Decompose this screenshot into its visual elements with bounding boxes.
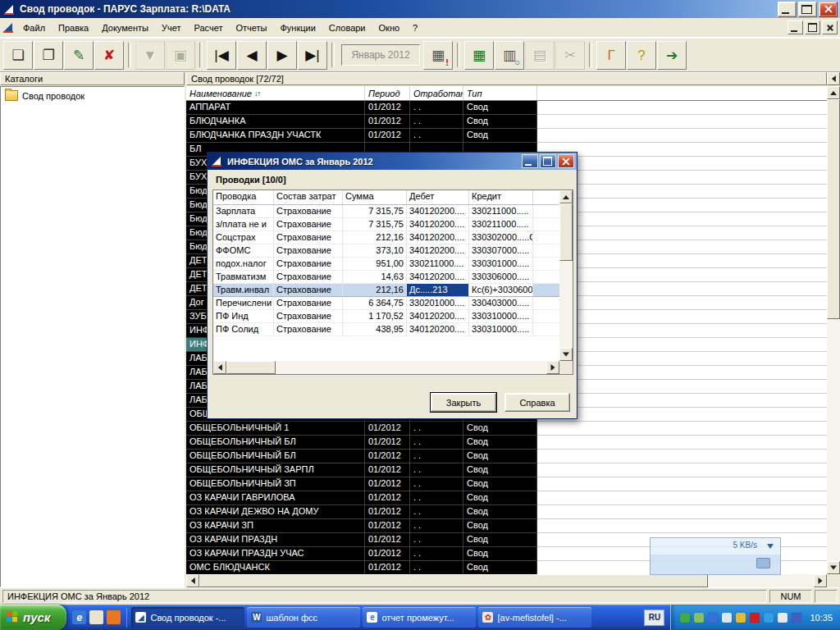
menu-item[interactable]: Документы	[95, 20, 155, 36]
mdi-close-button[interactable]	[822, 21, 838, 34]
edit-document-button[interactable]: ✎	[64, 41, 94, 70]
nav-first-button[interactable]: |◀	[207, 41, 236, 70]
connection-icon[interactable]	[792, 613, 801, 623]
column-header-type[interactable]: Тип	[463, 86, 537, 100]
menu-item[interactable]: Отчеты	[229, 20, 273, 36]
scroll-left-button[interactable]	[213, 361, 226, 374]
collapse-panel-button[interactable]	[827, 72, 840, 85]
dialog-vertical-scrollbar-thumb[interactable]	[559, 203, 573, 261]
minimize-button[interactable]	[778, 2, 797, 17]
table-row[interactable]: ОБЩЕБОЛЬНИЧНЫЙ ЗП01/2012. .Свод	[186, 477, 827, 491]
scroll-up-button[interactable]	[827, 86, 840, 99]
totals-grid-button[interactable]: ▦	[464, 41, 494, 70]
language-indicator[interactable]: RU	[644, 609, 664, 626]
mdi-minimize-button[interactable]	[788, 21, 803, 34]
nav-next-button[interactable]: ▶	[267, 41, 297, 70]
scheduler-icon[interactable]	[736, 613, 746, 623]
scroll-down-button[interactable]	[827, 561, 840, 574]
exit-button[interactable]: ➔	[657, 41, 687, 70]
entry-row[interactable]: подох.налогСтрахование951,00330211000...…	[213, 258, 559, 271]
horizontal-scrollbar-thumb[interactable]	[199, 574, 708, 587]
entry-row[interactable]: ПФ ИндСтрахование1 170,52340120200....33…	[213, 310, 559, 323]
volume-icon[interactable]	[778, 613, 788, 623]
menu-item[interactable]: Файл	[16, 20, 52, 36]
help-button[interactable]: ?	[627, 41, 656, 70]
table-row[interactable]: ОБЩЕБОЛЬНИЧНЫЙ БЛ01/2012. .Свод	[186, 450, 827, 463]
menu-item[interactable]: Расчет	[187, 20, 229, 36]
display-settings-icon[interactable]	[764, 613, 774, 623]
internet-explorer-icon[interactable]: e	[72, 610, 86, 624]
menu-item[interactable]: Учет	[155, 20, 188, 36]
table-row[interactable]: АППАРАТ01/2012. .Свод	[186, 101, 827, 115]
mdi-restore-button[interactable]	[805, 21, 820, 34]
help-dialog-button[interactable]: Справка	[504, 393, 570, 412]
column-header-name[interactable]: Наименование↓↑	[186, 86, 365, 100]
cell-fill	[533, 284, 559, 297]
close-dialog-button[interactable]: Закрыть	[431, 393, 496, 412]
menu-item[interactable]: Функции	[273, 20, 322, 36]
nav-last-button[interactable]: ▶|	[298, 41, 327, 70]
dialog-maximize-button[interactable]	[540, 154, 556, 168]
scroll-left-button[interactable]	[186, 574, 199, 587]
nav-prev-button[interactable]: ◀	[237, 41, 267, 70]
recalculate-button[interactable]: ▦!	[423, 41, 453, 70]
vertical-scrollbar-thumb[interactable]	[827, 99, 840, 319]
entry-row[interactable]: ПФ СолидСтрахование438,95340120200....33…	[213, 323, 559, 336]
menu-item[interactable]: Окно	[372, 20, 407, 36]
copy-document-button[interactable]: ❐	[34, 41, 63, 70]
table-row[interactable]: ОЗ КАРАЧИ ГАВРИЛОВА01/2012. .Свод	[186, 491, 827, 505]
entry-row[interactable]: Травм.инвалСтрахование212,16Дс.....213Кс…	[213, 284, 559, 297]
tree-item-svod-provodok[interactable]: Свод проводок	[1, 87, 184, 104]
garant-system-button[interactable]: Г	[596, 41, 626, 70]
taskbar-task[interactable]: eотчет промежут...	[363, 607, 476, 628]
task-icon: W	[251, 612, 262, 623]
table-row[interactable]: БЛЮДЧАНКА ПРАЗДН УЧАСТК01/2012. .Свод	[186, 129, 827, 143]
scroll-right-button[interactable]	[814, 574, 827, 587]
maximize-button[interactable]	[798, 2, 817, 17]
menu-item[interactable]: ?	[406, 20, 424, 36]
column-header-period[interactable]: Период	[365, 86, 410, 100]
table-row[interactable]: ОЗ КАРАЧИ ДЕЖВО НА ДОМУ01/2012. .Свод	[186, 505, 827, 519]
dialog-column-header-kredit[interactable]: Кредит	[469, 190, 533, 204]
dialog-column-header-provodka[interactable]: Проводка	[213, 190, 274, 204]
delete-document-button[interactable]: ✘	[94, 41, 124, 70]
table-row[interactable]: ОБЩЕБОЛЬНИЧНЫЙ 101/2012. .Свод	[186, 422, 827, 436]
show-desktop-icon[interactable]	[89, 610, 103, 624]
document-tray-icon[interactable]	[722, 613, 732, 623]
table-row[interactable]: ОБЩЕБОЛЬНИЧНЫЙ БЛ01/2012. .Свод	[186, 436, 827, 450]
dialog-column-header-debet[interactable]: Дебет	[407, 190, 469, 204]
entry-row[interactable]: з/плата не иСтрахование7 315,75340120200…	[213, 218, 559, 231]
close-button[interactable]	[819, 2, 838, 17]
entry-row[interactable]: ПеречислениСтрахование6 364,75330201000.…	[213, 297, 559, 310]
messenger-icon[interactable]	[708, 613, 718, 623]
dialog-horizontal-scrollbar-thumb[interactable]	[226, 361, 276, 374]
kaspersky-icon[interactable]	[750, 613, 760, 623]
entry-row[interactable]: СоцстрахСтрахование212,16340120200....33…	[213, 231, 559, 244]
network-monitor-icon[interactable]	[680, 613, 690, 623]
dialog-close-button[interactable]	[558, 154, 574, 168]
menu-item[interactable]: Правка	[52, 20, 95, 36]
entry-row[interactable]: ТравматизмСтрахование14,63340120200....3…	[213, 271, 559, 284]
view-search-button[interactable]: ▥○	[495, 41, 524, 70]
column-header-worked[interactable]: Отработан	[410, 86, 463, 100]
dialog-column-header-sostav-zatrat[interactable]: Состав затрат	[274, 190, 343, 204]
table-row[interactable]: ОЗ КАРАЧИ ЗП01/2012. .Свод	[186, 519, 827, 533]
table-row[interactable]: ОБЩЕБОЛЬНИЧНЫЙ ЗАРПЛ01/2012. .Свод	[186, 463, 827, 477]
taskbar-task[interactable]: ◢Свод проводок -...	[131, 607, 244, 628]
taskbar-task[interactable]: Wшаблон фсс	[247, 607, 360, 628]
media-player-icon[interactable]	[107, 610, 121, 624]
scroll-down-button[interactable]	[559, 348, 573, 361]
entry-row[interactable]: ФФОМССтрахование373,10340120200....33030…	[213, 244, 559, 258]
scroll-up-button[interactable]	[559, 190, 573, 203]
start-button[interactable]: пуск	[0, 605, 66, 630]
dialog-column-header-summa[interactable]: Сумма	[343, 190, 407, 204]
scroll-right-button[interactable]	[546, 361, 559, 374]
menu-item[interactable]: Словари	[322, 20, 372, 36]
new-document-button[interactable]: ❏	[3, 41, 33, 70]
antivirus-icon[interactable]	[694, 613, 704, 623]
table-row[interactable]: БЛЮДЧАНКА01/2012. .Свод	[186, 115, 827, 129]
cell-period: 01/2012	[365, 436, 410, 450]
dialog-minimize-button[interactable]	[522, 154, 538, 168]
entry-row[interactable]: ЗарплатаСтрахование7 315,75340120200....…	[213, 205, 559, 218]
taskbar-task[interactable]: ✿[av-mefistofel] -...	[478, 607, 591, 628]
